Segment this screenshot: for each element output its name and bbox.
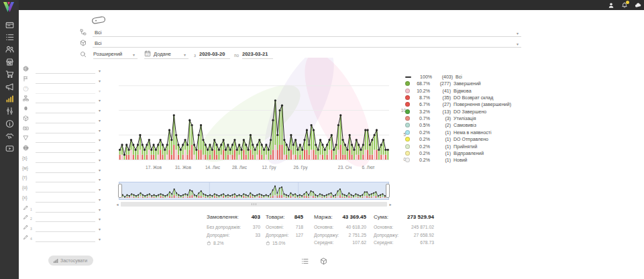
- legend-item[interactable]: 0.2%(1)Нема в наявності: [405, 129, 492, 135]
- legend-item[interactable]: 0.5%(2)Самовивіз: [405, 122, 476, 129]
- legend-item[interactable]: 0.2%(1)Відправлений: [405, 150, 484, 156]
- chevron-down-icon: ▾: [99, 129, 101, 133]
- input-underline: [36, 221, 95, 222]
- chart-scrollbar[interactable]: ◂ ▸: [115, 201, 393, 207]
- legend-count: (1): [432, 130, 451, 135]
- sidebar-item-chart[interactable]: [0, 93, 19, 105]
- filter-row[interactable]: ▾: [22, 135, 102, 144]
- custom-field-icon: {м}: [22, 166, 28, 170]
- sidebar-item-info[interactable]: [0, 117, 19, 129]
- products-view-button[interactable]: [320, 258, 327, 265]
- filter-row[interactable]: ?▾: [22, 86, 102, 95]
- legend-count: (1): [432, 151, 451, 156]
- filter-row[interactable]: ▾: [22, 105, 102, 114]
- legend-item[interactable]: 0.2%(1)DO Отправлено: [405, 136, 488, 143]
- stat-sub-label: Допродані:: [207, 231, 229, 239]
- legend-item[interactable]: 0.7%(3)Утилізація: [405, 115, 476, 122]
- legend-item[interactable]: 8.7%(35)DO Возврат склад: [405, 95, 493, 101]
- bag-icon: [266, 241, 270, 245]
- filter-row[interactable]: ▾: [22, 145, 102, 154]
- filter-row[interactable]: {м}▾: [22, 165, 102, 174]
- sidebar-item-handshake[interactable]: [0, 130, 19, 142]
- date-to-input[interactable]: 2023-03-21: [242, 51, 273, 59]
- list-view-button[interactable]: [301, 258, 309, 265]
- stat-sub-row: Допродані:33: [207, 231, 260, 239]
- search-mode-select[interactable]: Розширений ▾: [93, 51, 138, 59]
- filter-row[interactable]: ▾: [22, 66, 102, 74]
- chevron-down-icon: ▾: [99, 198, 101, 202]
- legend-label: DO Отправлено: [453, 137, 488, 142]
- tag-filter-button[interactable]: [91, 15, 107, 25]
- legend-item[interactable]: 0.2%(1)Прийнятий: [405, 143, 477, 150]
- chart-navigator[interactable]: [119, 182, 389, 200]
- filter-row[interactable]: {т}▾: [22, 174, 102, 183]
- legend-item[interactable]: 10.2%(41)Відмова: [405, 87, 472, 94]
- sidebar-item-megaphone[interactable]: [0, 80, 19, 93]
- legend-item[interactable]: 0.2%(1)Новий: [405, 157, 468, 164]
- scrollbar-grip[interactable]: [252, 203, 258, 205]
- search-icon[interactable]: [80, 51, 87, 58]
- sidebar-item-list[interactable]: [0, 31, 19, 43]
- user-icon[interactable]: [608, 2, 614, 9]
- sidebar-item-dashboard[interactable]: [0, 19, 19, 31]
- x-tick-label: 14. Лис: [201, 165, 224, 170]
- scrollbar-track[interactable]: [121, 202, 387, 207]
- input-underline: [93, 47, 521, 48]
- list-icon: [5, 33, 14, 42]
- bell-icon[interactable]: [621, 2, 628, 9]
- date-from-input[interactable]: 2020-03-20: [199, 51, 230, 59]
- orders-chart[interactable]: [119, 66, 389, 161]
- status-filter-row[interactable]: Всі ▾: [80, 27, 521, 37]
- filter-row[interactable]: 4▾: [22, 234, 102, 243]
- filter-row[interactable]: {s}▾: [22, 155, 102, 164]
- legend-label: Утилізація: [453, 116, 476, 121]
- app-logo[interactable]: [2, 1, 15, 14]
- filter-row[interactable]: ▾: [22, 95, 102, 104]
- product-filter-row[interactable]: Всі ▾: [80, 38, 521, 48]
- sidebar: [0, 0, 19, 279]
- filter-row[interactable]: ▾: [22, 76, 102, 85]
- sliders-icon: [5, 107, 14, 115]
- filter-row[interactable]: ▾: [22, 115, 102, 124]
- sidebar-item-sliders[interactable]: [0, 105, 19, 117]
- legend-item[interactable]: 100%(403)Всі: [405, 74, 462, 80]
- sidebar-item-video[interactable]: [0, 142, 19, 154]
- legend-item[interactable]: 3.2%(13)DO Завершено: [405, 108, 486, 115]
- stat-sub-row: Допродані:127: [266, 231, 303, 239]
- apply-button[interactable]: Застосувати: [48, 256, 93, 266]
- sidebar-item-users[interactable]: [0, 44, 19, 56]
- navigator-left-handle[interactable]: [118, 184, 122, 198]
- svg-text:17: 17: [146, 54, 149, 56]
- stat-column: Сума:273 529.94Основна:245 871.02Допрода…: [374, 214, 434, 247]
- stat-sub-label: Середня:: [314, 239, 333, 247]
- legend-item[interactable]: 6.7%(27)Повернення (завершений): [405, 101, 511, 108]
- calendar-icon: 17: [144, 50, 151, 57]
- filter-row[interactable]: ▾: [22, 125, 102, 134]
- upsell-rate-row: 15.0%: [266, 239, 303, 247]
- scroll-right-arrow[interactable]: ▸: [388, 201, 393, 207]
- chevron-down-icon: ▾: [517, 42, 519, 46]
- filter-row[interactable]: 1▾: [22, 205, 102, 213]
- filter-row[interactable]: {о}▾: [22, 184, 102, 193]
- input-underline: [36, 212, 95, 213]
- cloud-icon[interactable]: [635, 2, 641, 9]
- input-underline: [36, 83, 95, 84]
- filter-row[interactable]: 3▾: [22, 224, 102, 233]
- date-field-select[interactable]: 17 Додане ▾: [144, 50, 189, 59]
- input-underline: [36, 192, 95, 192]
- legend-swatch: [405, 81, 410, 86]
- legend-count: (2): [432, 123, 451, 127]
- filter-row[interactable]: {х}▾: [22, 194, 102, 203]
- legend-item[interactable]: 68.7%(277)Завершений: [405, 80, 481, 87]
- navigator-right-handle[interactable]: [386, 184, 390, 198]
- sidebar-item-store[interactable]: [0, 56, 19, 68]
- scroll-left-arrow[interactable]: ◂: [115, 201, 120, 207]
- chevron-down-icon: ▾: [99, 148, 101, 152]
- chevron-down-icon: ▾: [99, 178, 101, 182]
- sidebar-item-cart[interactable]: [0, 68, 19, 80]
- stat-value: 845: [294, 214, 303, 220]
- filter-row[interactable]: 2▾: [22, 214, 102, 223]
- tag-icon: [91, 15, 107, 25]
- chevron-down-icon: ▾: [99, 237, 101, 241]
- stat-sub-value: 107.62: [352, 239, 366, 247]
